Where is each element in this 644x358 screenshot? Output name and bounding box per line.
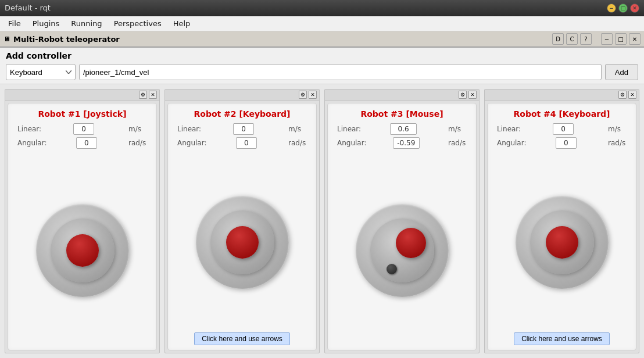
robot4-card: Robot #4 [Keyboard] Linear: 0 m/s Angula… — [487, 103, 636, 350]
robot2-close-icon[interactable]: ✕ — [309, 91, 317, 99]
window-icon: 🖥 — [3, 35, 10, 43]
robot3-joystick-outer — [356, 204, 449, 297]
robot4-angular-unit: rad/s — [606, 139, 627, 147]
robot3-joystick-dot — [396, 228, 426, 258]
menu-help[interactable]: Help — [167, 17, 196, 30]
robot4-panel: ⚙ ✕ Robot #4 [Keyboard] Linear: 0 m/s An… — [484, 89, 639, 353]
robot1-joystick-inner — [51, 219, 115, 282]
float-maximize-icon[interactable]: □ — [615, 33, 627, 45]
robot2-angular-unit: rad/s — [286, 139, 307, 147]
robot1-angular-unit: rad/s — [126, 139, 147, 147]
robot3-angular-row: Angular: -0.59 rad/s — [332, 137, 471, 149]
float-minimize-icon[interactable]: − — [601, 33, 613, 45]
robot2-linear-value: 0 — [233, 123, 254, 135]
robot1-angular-value: 0 — [76, 137, 97, 149]
robot3-title: Robot #3 [Mouse] — [360, 109, 443, 119]
robot3-values: Linear: 0.6 m/s Angular: -0.59 rad/s — [332, 123, 471, 151]
controller-area: Add controller Keyboard Joystick Mouse A… — [0, 48, 644, 84]
robot3-linear-value: 0.6 — [390, 123, 417, 135]
robot4-close-icon[interactable]: ✕ — [628, 91, 636, 99]
robot3-linear-unit: m/s — [446, 125, 467, 133]
help-icon[interactable]: ? — [580, 33, 592, 45]
robot1-values: Linear: 0 m/s Angular: 0 rad/s — [13, 123, 152, 151]
robot1-joystick-outer — [36, 204, 129, 297]
float-close-icon[interactable]: ✕ — [629, 33, 641, 45]
robot4-title: Robot #4 [Keyboard] — [514, 109, 610, 119]
window-controls: − □ ✕ — [607, 3, 639, 13]
robot2-joystick-inner — [210, 210, 274, 274]
robot4-angular-row: Angular: 0 rad/s — [492, 137, 631, 149]
add-controller-button[interactable]: Add — [605, 64, 638, 80]
robot2-title: Robot #2 [Keyboard] — [194, 109, 291, 119]
robot2-click-here-button[interactable]: Click here and use arrows — [194, 332, 290, 345]
robot2-joystick — [173, 156, 312, 329]
robot4-click-here-button[interactable]: Click here and use arrows — [514, 332, 610, 345]
robot1-panel: ⚙ ✕ Robot #1 [Joystick] Linear: 0 m/s An… — [5, 89, 160, 353]
close-button[interactable]: ✕ — [630, 3, 639, 13]
robot4-settings-icon[interactable]: ⚙ — [618, 91, 627, 99]
menu-file[interactable]: File — [2, 17, 27, 30]
robot4-angular-value: 0 — [556, 137, 577, 149]
robot1-linear-unit: m/s — [126, 125, 147, 133]
robot4-linear-row: Linear: 0 m/s — [492, 123, 631, 135]
robot4-linear-unit: m/s — [606, 125, 627, 133]
robot2-titlebar: ⚙ ✕ — [165, 90, 319, 101]
inner-window-title: 🖥 Multi-Robot teleoperator — [3, 35, 120, 44]
docked-icon[interactable]: D — [552, 33, 564, 45]
title-bar: Default - rqt − □ ✕ — [0, 0, 644, 16]
robot3-close-icon[interactable]: ✕ — [468, 91, 477, 99]
robot3-settings-icon[interactable]: ⚙ — [459, 91, 467, 99]
robot1-close-icon[interactable]: ✕ — [149, 91, 157, 99]
robot1-joystick — [13, 156, 152, 345]
robot3-angular-unit: rad/s — [446, 139, 467, 147]
robot2-angular-label: Angular: — [177, 139, 207, 147]
robot4-joystick-dot — [546, 226, 578, 259]
robot3-card: Robot #3 [Mouse] Linear: 0.6 m/s Angular… — [327, 103, 477, 350]
robot4-joystick-inner — [530, 210, 594, 274]
robot2-linear-label: Linear: — [177, 125, 201, 133]
maximize-button[interactable]: □ — [618, 3, 628, 13]
robot1-settings-icon[interactable]: ⚙ — [139, 91, 147, 99]
robot4-joystick-outer — [516, 196, 609, 289]
config-icon[interactable]: C — [566, 33, 578, 45]
robot4-joystick — [492, 156, 631, 329]
robot1-titlebar: ⚙ ✕ — [5, 90, 159, 101]
robot1-joystick-dot — [66, 234, 99, 267]
robot2-panel: ⚙ ✕ Robot #2 [Keyboard] Linear: 0 m/s An… — [164, 89, 320, 353]
minimize-button[interactable]: − — [607, 3, 616, 13]
robot3-panel: ⚙ ✕ Robot #3 [Mouse] Linear: 0.6 m/s Ang… — [324, 89, 480, 353]
robot3-joystick — [332, 156, 471, 345]
robot2-card: Robot #2 [Keyboard] Linear: 0 m/s Angula… — [167, 103, 317, 350]
robot1-angular-label: Angular: — [17, 139, 47, 147]
robot3-linear-label: Linear: — [337, 125, 361, 133]
menu-bar: File Plugins Running Perspectives Help — [0, 16, 644, 31]
robot4-linear-label: Linear: — [497, 125, 521, 133]
menu-plugins[interactable]: Plugins — [27, 17, 66, 30]
controller-row: Keyboard Joystick Mouse Add — [6, 64, 638, 80]
menu-perspectives[interactable]: Perspectives — [108, 17, 167, 30]
inner-window-header: 🖥 Multi-Robot teleoperator D C ? − □ ✕ — [0, 31, 644, 48]
inner-window-icons: D C ? − □ ✕ — [552, 33, 641, 45]
robot1-angular-row: Angular: 0 rad/s — [13, 137, 152, 149]
robots-area: ⚙ ✕ Robot #1 [Joystick] Linear: 0 m/s An… — [0, 84, 644, 358]
robot3-angular-label: Angular: — [337, 139, 367, 147]
robot2-linear-row: Linear: 0 m/s — [173, 123, 312, 135]
robot2-angular-value: 0 — [236, 137, 257, 149]
robot4-titlebar: ⚙ ✕ — [485, 90, 639, 101]
robot1-linear-row: Linear: 0 m/s — [13, 123, 152, 135]
robot1-card: Robot #1 [Joystick] Linear: 0 m/s Angula… — [8, 103, 157, 350]
robot1-linear-value: 0 — [73, 123, 94, 135]
menu-running[interactable]: Running — [65, 17, 108, 30]
robot4-values: Linear: 0 m/s Angular: 0 rad/s — [492, 123, 631, 151]
robot2-values: Linear: 0 m/s Angular: 0 rad/s — [173, 123, 312, 151]
robot4-linear-value: 0 — [553, 123, 574, 135]
controller-type-select[interactable]: Keyboard Joystick Mouse — [6, 64, 76, 80]
robot2-angular-row: Angular: 0 rad/s — [173, 137, 312, 149]
robot3-joystick-inner — [370, 219, 434, 282]
robot3-angular-value: -0.59 — [393, 137, 420, 149]
robot1-title: Robot #1 [Joystick] — [38, 109, 126, 119]
topic-input[interactable] — [79, 64, 602, 80]
robot3-titlebar: ⚙ ✕ — [325, 90, 479, 101]
robot2-settings-icon[interactable]: ⚙ — [299, 91, 307, 99]
controller-section-label: Add controller — [6, 51, 638, 60]
